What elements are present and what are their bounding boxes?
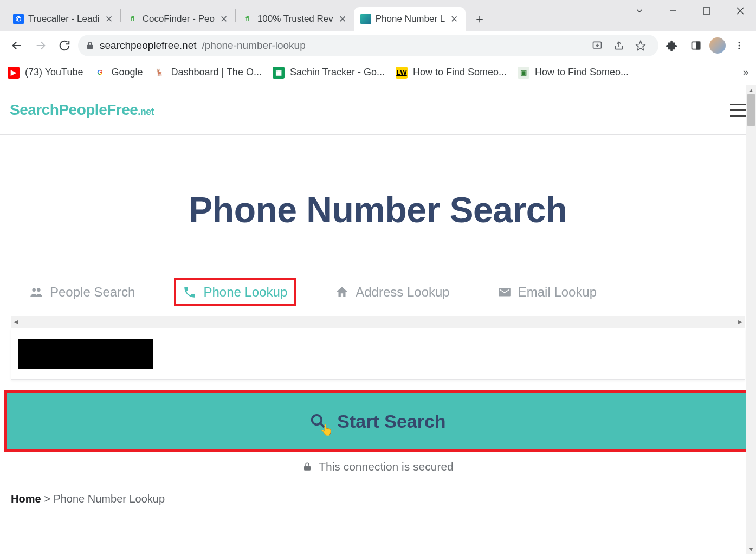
site-favicon-icon	[360, 14, 371, 24]
scroll-up-icon[interactable]: ▴	[746, 86, 756, 94]
google-icon: G	[94, 67, 106, 79]
start-search-highlight: Start Search 👆	[7, 393, 749, 449]
hero: Phone Number Search	[0, 135, 756, 230]
svg-point-15	[312, 415, 322, 425]
fi-icon: fi	[242, 14, 253, 24]
bookmark-label: How to Find Someo...	[413, 67, 507, 78]
site-header: SearchPeopleFree.net	[0, 85, 756, 135]
bookmark-sachin-tracker[interactable]: ▦ Sachin Tracker - Go...	[273, 67, 385, 79]
tab-trusted-review[interactable]: fi 100% Trusted Rev ✕	[236, 7, 354, 31]
page-title: Phone Number Search	[0, 189, 756, 230]
svg-rect-1	[703, 8, 710, 14]
lock-icon	[302, 462, 312, 472]
side-panel-icon[interactable]	[686, 35, 706, 56]
profile-avatar[interactable]	[709, 37, 726, 54]
breadcrumb-separator: >	[44, 493, 50, 505]
vertical-scrollbar[interactable]: ▴ ▾	[746, 85, 756, 554]
window-maximize-button[interactable]	[697, 3, 716, 18]
svg-point-12	[739, 42, 740, 43]
tab-truecaller[interactable]: ✆ Truecaller - Leadi ✕	[7, 7, 120, 31]
svg-point-13	[739, 44, 740, 46]
tab-search-dropdown-icon[interactable]	[630, 3, 649, 18]
reload-button[interactable]	[54, 35, 75, 56]
window-minimize-button[interactable]	[664, 3, 682, 18]
share-icon[interactable]	[609, 35, 629, 56]
page-content: SearchPeopleFree.net Phone Number Search…	[0, 85, 756, 554]
bookmark-dashboard[interactable]: 🦌 Dashboard | The O...	[153, 67, 261, 79]
bookmark-label: (73) YouTube	[25, 67, 83, 78]
bookmark-label: How to Find Someo...	[535, 67, 629, 78]
forward-button[interactable]	[30, 35, 51, 56]
close-icon[interactable]: ✕	[449, 14, 459, 24]
hamburger-menu-icon[interactable]	[730, 104, 746, 117]
tab-label: Address Lookup	[356, 285, 449, 300]
chrome-menu-icon[interactable]	[729, 35, 749, 56]
bookmark-label: Sachin Tracker - Go...	[290, 67, 385, 78]
tab-email-lookup[interactable]: Email Lookup	[490, 279, 604, 305]
svg-line-16	[320, 423, 325, 428]
tab-label: Phone Number L	[376, 14, 445, 24]
search-icon	[310, 413, 326, 429]
close-icon[interactable]: ✕	[219, 14, 229, 24]
start-search-button[interactable]: Start Search 👆	[7, 393, 749, 449]
svg-rect-11	[697, 42, 700, 49]
deer-icon: 🦌	[153, 67, 165, 79]
tab-label: 100% Trusted Rev	[257, 14, 333, 24]
close-icon[interactable]: ✕	[338, 14, 347, 24]
close-icon[interactable]: ✕	[104, 14, 114, 24]
fi-icon: fi	[127, 14, 138, 24]
tab-label: Email Lookup	[518, 285, 597, 300]
phone-icon	[183, 285, 197, 299]
secure-text: This connection is secured	[319, 460, 454, 473]
bookmark-label: Google	[111, 67, 143, 78]
search-type-tabs: People Search Phone Lookup Address Looku…	[0, 230, 756, 305]
bookmark-label: Dashboard | The O...	[171, 67, 261, 78]
svg-marker-8	[636, 41, 645, 50]
new-tab-button[interactable]: ＋	[470, 9, 489, 29]
tab-label: People Search	[50, 285, 135, 300]
scroll-thumb[interactable]	[747, 94, 755, 126]
site-logo[interactable]: SearchPeopleFree.net	[10, 101, 154, 119]
window-close-button[interactable]	[731, 3, 749, 18]
people-icon	[29, 285, 43, 299]
mail-icon	[497, 285, 512, 299]
scroll-right-icon[interactable]: ▸	[738, 317, 742, 326]
lw-icon: LW	[396, 67, 408, 79]
browser-toolbar: searchpeoplefree.net/phone-number-lookup	[0, 31, 756, 60]
youtube-icon: ▶	[8, 67, 20, 79]
install-app-icon[interactable]	[587, 35, 608, 56]
back-button[interactable]	[7, 35, 27, 56]
logo-text: SearchPeopleFree	[10, 101, 138, 118]
svg-point-14	[739, 47, 740, 49]
tab-label: Truecaller - Leadi	[28, 14, 100, 24]
tab-cocofinder[interactable]: fi CocoFinder - Peo ✕	[121, 7, 235, 31]
bookmark-star-icon[interactable]	[630, 35, 651, 56]
sheets-icon: ▦	[273, 67, 285, 79]
tab-phone-number-lookup[interactable]: Phone Number L ✕	[354, 7, 466, 31]
bookmark-howto-1[interactable]: LW How to Find Someo...	[396, 67, 507, 79]
tab-address-lookup[interactable]: Address Lookup	[327, 279, 457, 305]
address-bar[interactable]: searchpeoplefree.net/phone-number-lookup	[78, 35, 658, 56]
breadcrumb-current: Phone Number Lookup	[53, 493, 165, 505]
scroll-down-icon[interactable]: ▾	[746, 545, 756, 553]
horizontal-scrollbar[interactable]: ◂ ▸	[11, 316, 745, 328]
bookmark-howto-2[interactable]: ▣ How to Find Someo...	[518, 67, 629, 79]
tab-people-search[interactable]: People Search	[22, 279, 143, 305]
lock-icon	[86, 41, 94, 50]
secure-connection-note: This connection is secured	[0, 460, 756, 473]
phone-square-icon: ✆	[13, 14, 24, 24]
url-path: /phone-number-lookup	[202, 40, 306, 51]
tab-phone-lookup[interactable]: Phone Lookup	[175, 279, 295, 305]
bookmark-google[interactable]: G Google	[94, 67, 143, 79]
start-search-label: Start Search	[337, 411, 445, 432]
home-icon	[335, 285, 349, 299]
url-host: searchpeoplefree.net	[100, 40, 197, 51]
tab-label: Phone Lookup	[203, 285, 287, 300]
breadcrumb-home[interactable]: Home	[11, 493, 41, 505]
bookmarks-overflow[interactable]: »	[743, 67, 748, 78]
scroll-left-icon[interactable]: ◂	[14, 317, 18, 326]
extensions-icon[interactable]	[662, 35, 682, 56]
phone-input-redacted[interactable]	[18, 339, 153, 369]
logo-tld: .net	[138, 106, 154, 117]
bookmark-youtube[interactable]: ▶ (73) YouTube	[8, 67, 83, 79]
